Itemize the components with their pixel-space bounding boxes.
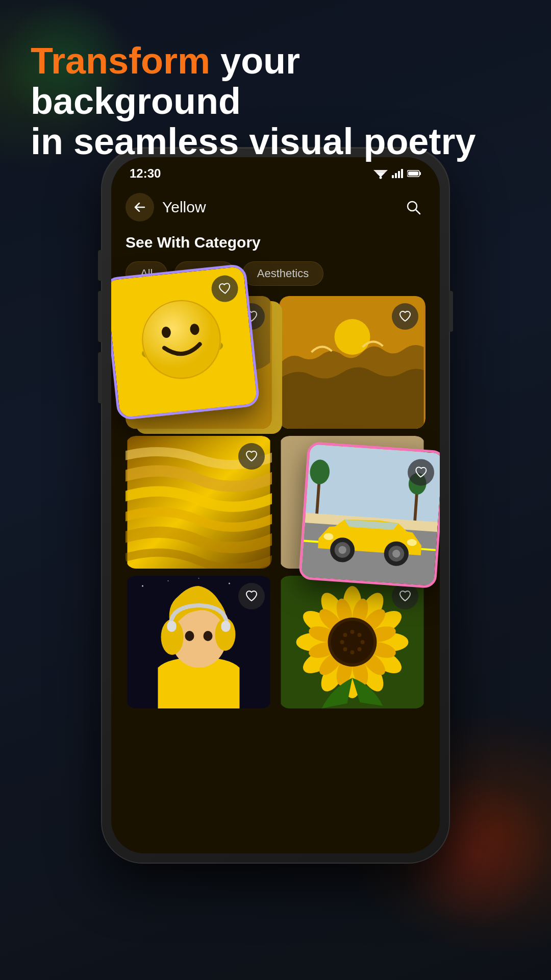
nav-bar: Yellow [111, 186, 440, 229]
heart-icon-abstract [245, 451, 258, 462]
floating-car-card [298, 442, 440, 589]
svg-point-39 [168, 580, 169, 581]
svg-rect-49 [167, 621, 177, 632]
svg-point-82 [350, 650, 355, 654]
svg-point-18 [335, 319, 370, 355]
signal-icon [392, 169, 403, 178]
svg-point-83 [343, 647, 347, 651]
wifi-icon [373, 168, 388, 179]
volume-down-button [98, 352, 102, 403]
header-section: Transform your backgroundin seamless vis… [31, 41, 520, 162]
heart-icon-sunflower [399, 591, 411, 602]
svg-point-84 [340, 640, 344, 644]
heart-button-anime[interactable] [238, 583, 265, 609]
svg-point-81 [358, 647, 362, 651]
header-highlight: Transform [31, 40, 210, 81]
svg-rect-50 [221, 621, 231, 632]
svg-point-12 [138, 296, 225, 383]
svg-point-48 [204, 631, 213, 641]
svg-point-85 [343, 633, 347, 637]
search-button[interactable] [401, 195, 425, 219]
heart-button-wave[interactable] [392, 303, 418, 330]
svg-rect-8 [419, 172, 421, 175]
svg-point-80 [361, 640, 365, 644]
svg-point-40 [229, 583, 230, 584]
svg-point-77 [331, 621, 374, 664]
img-card-anime[interactable] [126, 576, 272, 708]
svg-rect-5 [398, 171, 400, 178]
grid-cell-topleft [126, 296, 272, 429]
image-grid [111, 296, 440, 708]
grid-cell-midright [279, 436, 425, 569]
header-title: Transform your backgroundin seamless vis… [31, 41, 520, 162]
svg-rect-9 [408, 172, 418, 176]
nav-title: Yellow [162, 199, 393, 216]
heart-button-abstract[interactable] [238, 443, 265, 470]
heart-icon-car [414, 467, 427, 479]
svg-point-2 [380, 177, 382, 179]
svg-point-47 [185, 631, 194, 641]
power-button [449, 291, 453, 332]
smiley-face-icon [126, 286, 238, 398]
phone-outer: 12:30 [102, 148, 449, 863]
img-card-wave[interactable] [279, 296, 425, 429]
heart-icon [218, 282, 231, 295]
svg-rect-3 [392, 175, 394, 178]
svg-rect-4 [395, 173, 397, 178]
img-card-abstract[interactable] [126, 436, 272, 569]
category-title: See With Category [126, 234, 425, 251]
img-card-sunflower[interactable] [279, 576, 425, 708]
tab-aesthetics[interactable]: Aesthetics [242, 261, 324, 286]
svg-point-38 [142, 585, 143, 587]
search-icon [405, 199, 421, 215]
floating-smiley-card [111, 263, 260, 421]
status-icons [373, 168, 421, 179]
svg-rect-6 [401, 169, 403, 178]
heart-icon-anime [245, 591, 258, 602]
battery-icon [407, 169, 421, 178]
svg-point-78 [350, 630, 355, 634]
svg-point-79 [358, 633, 362, 637]
status-time: 12:30 [130, 166, 161, 181]
phone-container: 12:30 [102, 148, 449, 863]
volume-up-button [98, 291, 102, 342]
phone-screen: 12:30 [111, 157, 440, 853]
heart-icon-wave [399, 311, 411, 322]
back-button[interactable] [126, 193, 154, 222]
mute-button [98, 250, 102, 281]
svg-point-42 [198, 578, 199, 579]
back-arrow-icon [134, 203, 145, 212]
